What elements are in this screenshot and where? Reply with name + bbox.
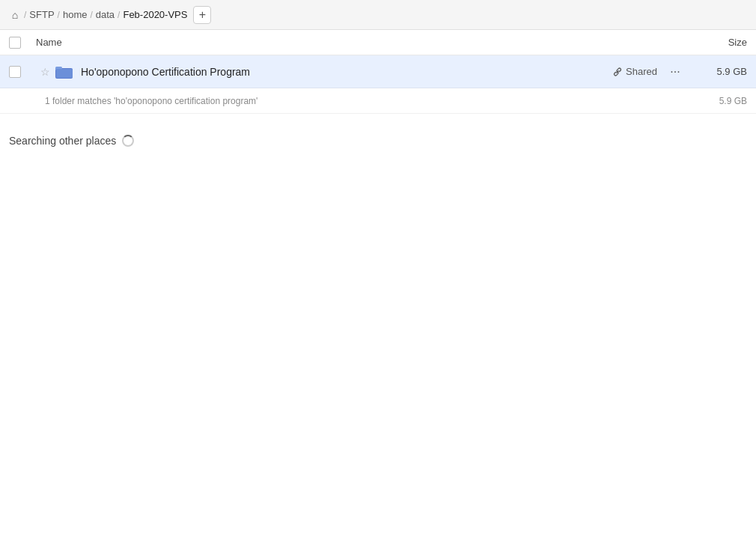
shared-badge: Shared	[606, 64, 663, 79]
link-icon	[612, 67, 623, 77]
searching-section: Searching other places	[0, 114, 756, 153]
folder-icon	[54, 64, 75, 79]
breadcrumb-feb-2020-vps[interactable]: Feb-2020-VPS	[123, 9, 187, 20]
more-options-button[interactable]: ···	[663, 61, 687, 82]
match-info-row: 1 folder matches 'ho'oponopono certifica…	[0, 88, 756, 114]
breadcrumb-data[interactable]: data	[96, 9, 115, 20]
header-checkbox-col	[9, 37, 36, 49]
match-info-text: 1 folder matches 'ho'oponopono certifica…	[45, 96, 687, 106]
file-size: 5.9 GB	[687, 66, 747, 77]
breadcrumb-sep-3: /	[118, 10, 120, 20]
file-row[interactable]: ☆ Ho'oponopono Certification Program Sha…	[0, 55, 756, 88]
breadcrumb-sep-2: /	[90, 10, 92, 20]
file-name: Ho'oponopono Certification Program	[75, 66, 606, 78]
breadcrumb-sep-1: /	[58, 10, 60, 20]
searching-label: Searching other places	[9, 135, 116, 147]
breadcrumb-home-folder[interactable]: home	[63, 9, 88, 20]
match-info-size: 5.9 GB	[687, 96, 747, 106]
row-select-checkbox[interactable]	[9, 66, 21, 78]
breadcrumb-bar: ⌂ / SFTP / home / data / Feb-2020-VPS +	[0, 0, 756, 30]
star-icon[interactable]: ☆	[36, 66, 54, 78]
home-icon: ⌂	[9, 9, 21, 21]
svg-rect-2	[56, 69, 73, 78]
breadcrumb-sftp[interactable]: SFTP	[29, 9, 54, 20]
select-all-checkbox[interactable]	[9, 37, 21, 49]
column-headers: Name Size	[0, 30, 756, 55]
loading-spinner	[122, 135, 134, 147]
add-tab-button[interactable]: +	[193, 6, 211, 24]
header-size: Size	[687, 37, 747, 48]
header-name: Name	[36, 37, 687, 48]
breadcrumb-sep-0: /	[24, 10, 26, 20]
row-checkbox[interactable]	[9, 66, 36, 78]
breadcrumb-home[interactable]: ⌂	[9, 9, 21, 21]
